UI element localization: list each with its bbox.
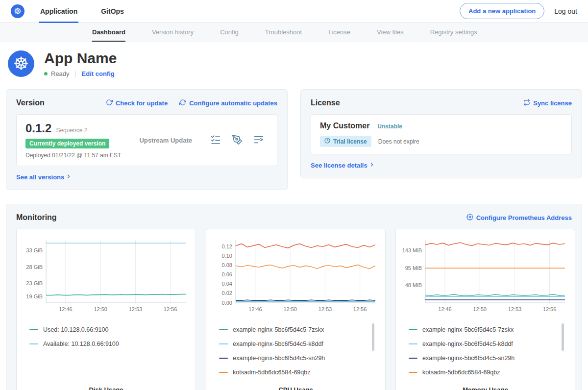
legend-color-dash [409,372,417,373]
legend-item: example-nginx-5bc6f5d4c5-k8ddf [219,337,375,351]
cpu-usage-card: 12:4612:5012:5312:560.000.020.040.060.08… [206,229,386,390]
dashboard-main: Version Check for update Configure autom… [0,89,588,390]
configure-automatic-updates-link[interactable]: Configure automatic updates [179,99,277,107]
chevron-right-icon [369,162,375,169]
legend-label: example-nginx-5bc6f5d4c5-sn29h [233,355,325,362]
configure-automatic-updates-label: Configure automatic updates [189,99,277,107]
trial-license-badge: Trial license [320,136,371,147]
legend-label: Available: 10.128.0.66:9100 [43,341,119,347]
svg-text:12:56: 12:56 [164,306,177,312]
legend-color-dash [219,358,228,359]
svg-text:0.12: 0.12 [222,244,232,249]
nav-tab-gitops[interactable]: GitOps [100,0,125,23]
monitoring-card: Monitoring Configure Prometheus Address … [6,204,582,390]
legend-item: example-nginx-5bc6f5d4c5-sn29h [219,351,375,365]
legend-scrollbar[interactable] [562,323,564,351]
tab-troubleshoot[interactable]: Troubleshoot [265,23,302,42]
legend-label: example-nginx-5bc6f5d4c5-sn29h [422,355,514,362]
legend-label: example-nginx-5bc6f5d4c5-k8ddf [422,341,513,347]
kubernetes-logo-icon: ☸ [11,4,24,18]
add-application-button[interactable]: Add a new application [460,3,544,19]
logout-link[interactable]: Log out [554,7,577,15]
cpu-usage-legend: example-nginx-5bc6f5d4c5-7zskxexample-ng… [219,322,375,380]
legend-color-dash [29,343,38,344]
tab-dashboard[interactable]: Dashboard [92,23,125,42]
legend-color-dash [219,329,228,330]
license-card-title: License [311,98,340,107]
legend-color-dash [219,372,228,373]
svg-text:19 GiB: 19 GiB [26,293,43,299]
monitoring-title: Monitoring [16,213,57,222]
legend-item: kotsadm-5db6dc6584-69qbz [409,365,565,379]
see-license-details-link[interactable]: See license details [311,162,375,169]
chart-title: Disk Usage [22,386,191,390]
trial-license-label: Trial license [333,138,367,145]
see-all-versions-label: See all versions [16,173,64,181]
tab-license[interactable]: License [328,23,350,42]
chevron-right-icon [66,173,72,181]
version-card-title: Version [16,98,45,107]
disk-usage-card: 12:4612:5012:5312:5619 GiB23 GiB28 GiB33… [16,229,196,390]
svg-text:12:56: 12:56 [353,306,367,312]
svg-text:33 GiB: 33 GiB [26,247,43,253]
svg-text:12:53: 12:53 [508,306,522,312]
svg-text:12:50: 12:50 [283,306,297,312]
check-for-update-label: Check for update [116,99,168,107]
disk-usage-chart: 12:4612:5012:5312:5619 GiB23 GiB28 GiB33… [22,236,191,315]
legend-label: kotsadm-5db6dc6584-69qbz [422,369,500,376]
license-channel: Unstable [377,123,402,130]
legend-item: example-nginx-5bc6f5d4c5-k8ddf [409,337,565,351]
sync-icon [523,99,530,107]
tab-config[interactable]: Config [220,23,239,42]
legend-item: example-nginx-5bc6f5d4c5-sn29h [409,351,565,365]
svg-text:12:50: 12:50 [473,306,487,312]
app-subnav: Dashboard Version history Config Trouble… [0,23,588,42]
page-title: App Name [44,50,117,67]
memory-usage-card: 12:4612:5012:5312:5648 MiB95 MiB143 MiB … [395,229,575,390]
legend-item: Used: 10.128.0.66:9100 [29,322,186,337]
tab-registry-settings[interactable]: Registry settings [430,23,477,42]
legend-item: example-nginx-5bc6f5d4c5-7zskx [219,322,375,337]
svg-text:12:46: 12:46 [248,306,262,312]
tab-version-history[interactable]: Version history [152,23,194,42]
config-pen-icon[interactable] [232,134,243,146]
svg-text:12:53: 12:53 [318,306,332,312]
license-expiry: Does not expire [378,138,419,145]
see-all-versions-link[interactable]: See all versions [16,173,72,181]
svg-text:28 GiB: 28 GiB [26,264,43,270]
legend-color-dash [219,343,228,344]
check-for-update-link[interactable]: Check for update [106,99,168,107]
customer-name: My Customer [320,122,369,130]
legend-label: example-nginx-5bc6f5d4c5-k8ddf [233,341,323,347]
svg-text:12:56: 12:56 [543,306,557,312]
auto-update-icon [179,99,186,107]
status-dot [44,72,48,75]
tab-view-files[interactable]: View files [377,23,404,42]
see-license-details-label: See license details [311,162,368,169]
clock-icon [324,138,330,145]
edit-config-link[interactable]: Edit config [82,70,115,77]
svg-text:0.00: 0.00 [222,300,232,306]
configure-prometheus-label: Configure Prometheus Address [476,214,572,221]
sync-license-label: Sync license [533,99,572,107]
svg-text:48 MiB: 48 MiB [405,282,422,288]
status-divider [75,71,76,77]
legend-scrollbar[interactable] [372,323,374,351]
primary-nav: Application GitOps [39,0,147,23]
version-number: 0.1.2 [25,122,51,135]
deploy-logs-icon[interactable] [253,134,264,146]
svg-text:143 MiB: 143 MiB [402,247,422,253]
svg-text:12:46: 12:46 [438,306,452,312]
svg-text:0.02: 0.02 [222,290,232,296]
nav-tab-application[interactable]: Application [39,0,78,23]
legend-label: example-nginx-5bc6f5d4c5-7zskx [233,326,324,333]
license-card: License Sync license My Customer Unstabl… [300,89,582,178]
svg-text:12:50: 12:50 [94,306,107,312]
svg-text:12:53: 12:53 [129,306,143,312]
sync-license-link[interactable]: Sync license [523,99,572,107]
svg-text:0.06: 0.06 [222,271,232,277]
release-notes-icon[interactable] [210,134,221,146]
legend-item: example-nginx-5bc6f5d4c5-7zskx [409,322,565,337]
configure-prometheus-link[interactable]: Configure Prometheus Address [466,214,572,222]
legend-item: Available: 10.128.0.66:9100 [29,337,186,351]
